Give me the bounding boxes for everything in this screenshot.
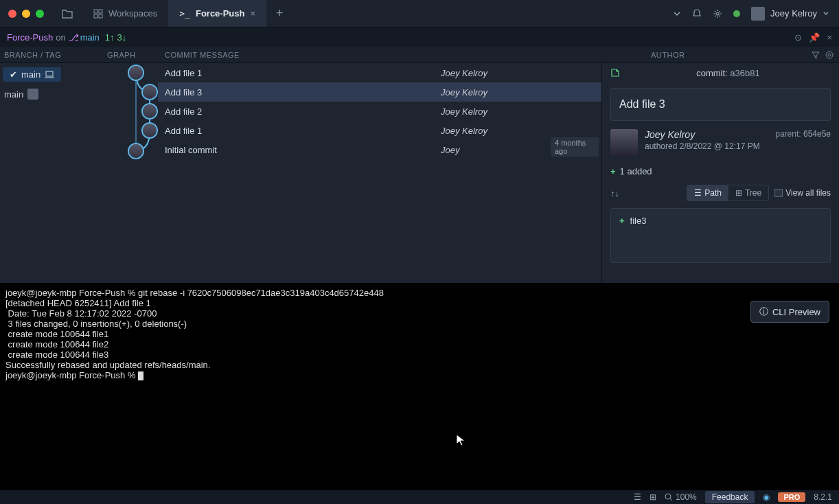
gear-icon[interactable] bbox=[713, 9, 722, 19]
commit-author: Joey Kelroy bbox=[441, 126, 601, 136]
pro-badge: PRO bbox=[778, 492, 805, 502]
commit-row[interactable]: Add file 1 Joey Kelroy bbox=[158, 121, 601, 140]
minimize-window-button[interactable] bbox=[22, 10, 30, 18]
check-icon: ✔ bbox=[10, 69, 17, 80]
settings-icon[interactable] bbox=[825, 51, 834, 59]
tab-workspaces[interactable]: Workspaces bbox=[82, 0, 168, 27]
user-menu[interactable]: Joey Kelroy bbox=[751, 7, 829, 21]
target-icon[interactable]: ⊙ bbox=[794, 32, 802, 43]
status-bar: ☰ ⊞ 100% Feedback ◉ PRO 8.2.1 bbox=[0, 490, 839, 504]
user-name-label: Joey Kelroy bbox=[770, 8, 817, 19]
commit-row[interactable]: Add file 2 Joey Kelroy bbox=[158, 102, 601, 121]
parent-info: parent: 654e5e bbox=[775, 129, 831, 139]
commit-msg: Add file 1 bbox=[158, 126, 441, 136]
graph-column bbox=[103, 63, 158, 283]
repo-bar: Force-Push on ⎇ main 1↑ 3↓ ⊙ 📌 × bbox=[0, 27, 839, 47]
list-icon[interactable]: ☰ bbox=[634, 492, 641, 502]
author-name: Joey Kelroy bbox=[645, 129, 768, 140]
window-controls bbox=[0, 10, 52, 18]
commit-message-box: Add file 3 bbox=[610, 88, 831, 121]
folder-icon[interactable] bbox=[52, 9, 82, 19]
mouse-cursor bbox=[456, 434, 466, 446]
info-icon: ⓘ bbox=[759, 306, 768, 318]
svg-point-4 bbox=[716, 12, 719, 15]
connection-status-dot bbox=[733, 10, 740, 17]
detail-title: commit: a36b81 bbox=[625, 68, 831, 78]
path-label: Path bbox=[704, 188, 722, 198]
bell-icon[interactable] bbox=[692, 9, 702, 19]
zoom-control[interactable]: 100% bbox=[665, 492, 697, 502]
commit-node[interactable] bbox=[128, 65, 144, 81]
svg-point-6 bbox=[826, 51, 833, 58]
cli-preview-button[interactable]: ⓘ CLI Preview bbox=[750, 301, 829, 323]
user-avatar bbox=[751, 7, 765, 21]
repo-on-label: on bbox=[56, 32, 65, 43]
ahead-count: 1↑ bbox=[105, 32, 115, 43]
feedback-button[interactable]: Feedback bbox=[705, 491, 755, 503]
branch-name[interactable]: main bbox=[80, 32, 100, 43]
author-box: Joey Kelroy authored 2/8/2022 @ 12:17 PM… bbox=[602, 126, 839, 162]
repo-name[interactable]: Force-Push bbox=[7, 32, 53, 43]
date-value: 2/8/2022 @ 12:17 PM bbox=[680, 141, 760, 151]
filter-icon[interactable] bbox=[812, 51, 820, 59]
workspaces-icon bbox=[93, 9, 103, 19]
author-avatar bbox=[610, 129, 638, 157]
commit-node[interactable] bbox=[141, 103, 158, 119]
sort-icon[interactable]: ↑↓ bbox=[610, 188, 619, 198]
file-row[interactable]: + file3 bbox=[619, 216, 822, 226]
time-ago-badge: 4 months ago bbox=[551, 137, 599, 157]
detail-header: commit: a36b81 bbox=[602, 63, 839, 82]
checkout-icon[interactable] bbox=[610, 68, 620, 78]
added-count: 1 added bbox=[620, 166, 652, 176]
commit-row[interactable]: Add file 1 Joey Kelroy bbox=[158, 63, 601, 82]
tab-repo[interactable]: >_ Force-Push × bbox=[168, 0, 266, 27]
svg-rect-0 bbox=[94, 10, 97, 13]
close-panel-icon[interactable]: × bbox=[827, 32, 832, 43]
version-label: 8.2.1 bbox=[814, 492, 832, 502]
tree-icon: ⊞ bbox=[735, 188, 742, 198]
files-summary: + 1 added bbox=[602, 162, 839, 181]
parent-hash[interactable]: 654e5e bbox=[803, 129, 831, 139]
view-all-files[interactable]: View all files bbox=[774, 188, 831, 198]
commit-hash[interactable]: a36b81 bbox=[730, 68, 759, 78]
col-graph: GRAPH bbox=[103, 51, 158, 59]
checkbox[interactable] bbox=[774, 189, 783, 197]
branch-remote-label: main bbox=[21, 69, 41, 80]
commit-row[interactable]: Add file 3 Joey Kelroy bbox=[158, 82, 601, 102]
chevron-down-icon[interactable] bbox=[673, 10, 681, 18]
avatar-icon bbox=[27, 89, 38, 100]
tree-label: Tree bbox=[745, 188, 761, 198]
commit-node[interactable] bbox=[141, 84, 158, 100]
path-view-button[interactable]: ☰ Path bbox=[687, 185, 728, 201]
parent-label: parent: bbox=[775, 129, 801, 139]
tab-workspaces-label: Workspaces bbox=[108, 8, 157, 19]
sync-icon[interactable]: ◉ bbox=[763, 492, 770, 502]
tree-view-button[interactable]: ⊞ Tree bbox=[728, 185, 768, 201]
commit-author: Joey Kelroy bbox=[441, 106, 601, 117]
file-name: file3 bbox=[630, 216, 647, 226]
repobar-actions: ⊙ 📌 × bbox=[794, 32, 832, 43]
svg-rect-7 bbox=[46, 71, 53, 76]
commit-list-area: Add file 1 Joey Kelroy Add file 3 Joey K… bbox=[103, 63, 601, 283]
terminal-panel[interactable]: joeyk@joeyk-mbp Force-Push % git rebase … bbox=[0, 283, 839, 490]
search-icon bbox=[665, 493, 673, 501]
maximize-window-button[interactable] bbox=[36, 10, 44, 18]
list-icon: ☰ bbox=[694, 188, 702, 198]
plus-icon: + bbox=[619, 216, 625, 226]
branch-remote-main[interactable]: ✔ main bbox=[3, 67, 61, 82]
zoom-value: 100% bbox=[676, 492, 697, 502]
authored-label: authored bbox=[645, 141, 677, 151]
gift-icon[interactable]: ⊞ bbox=[650, 492, 656, 502]
pin-icon[interactable]: 📌 bbox=[809, 32, 820, 43]
new-tab-button[interactable]: + bbox=[266, 6, 293, 21]
commit-node[interactable] bbox=[141, 122, 158, 139]
svg-rect-2 bbox=[94, 14, 97, 18]
commit-row[interactable]: Initial commit Joey bbox=[158, 140, 601, 159]
commit-msg: Add file 1 bbox=[158, 68, 441, 78]
branch-local-main[interactable]: main bbox=[0, 84, 43, 104]
close-window-button[interactable] bbox=[8, 10, 16, 18]
chevron-down-icon bbox=[823, 10, 829, 17]
tab-close-icon[interactable]: × bbox=[250, 8, 255, 19]
svg-point-5 bbox=[828, 54, 831, 56]
commit-node[interactable] bbox=[128, 143, 144, 159]
